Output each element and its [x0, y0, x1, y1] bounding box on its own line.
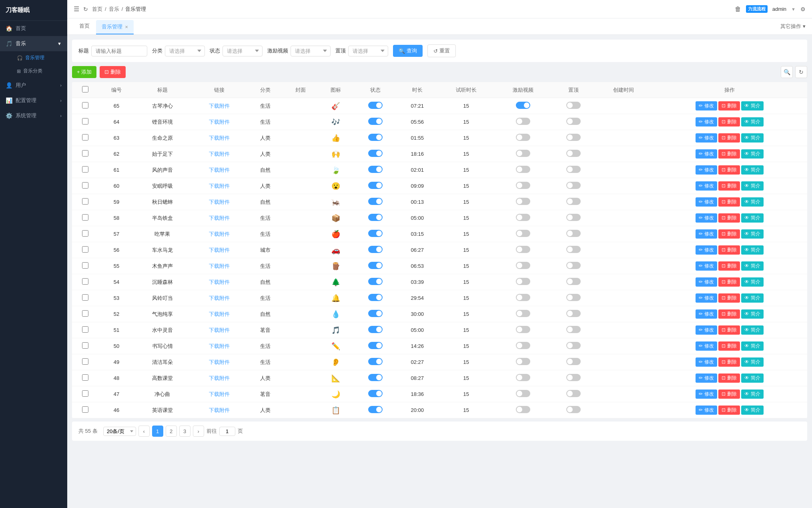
delete-button-65[interactable]: ⊡ 删除 — [718, 101, 740, 110]
cell-top-52[interactable] — [551, 306, 595, 322]
incentive-toggle-62[interactable] — [516, 150, 530, 157]
cell-top-49[interactable] — [551, 354, 595, 370]
page-size-select[interactable]: 20条/页 50条/页 100条/页 — [103, 427, 136, 436]
status-toggle-56[interactable] — [368, 246, 383, 253]
cell-top-54[interactable] — [551, 274, 595, 290]
top-toggle-65[interactable] — [566, 102, 581, 109]
row-checkbox-50[interactable] — [82, 342, 88, 349]
cell-top-57[interactable] — [551, 226, 595, 242]
edit-button-59[interactable]: ✏ 修改 — [696, 197, 717, 207]
incentive-toggle-55[interactable] — [516, 262, 530, 269]
status-toggle-61[interactable] — [368, 166, 383, 173]
status-toggle-60[interactable] — [368, 182, 383, 189]
reset-button[interactable]: ↺ 重置 — [427, 44, 456, 57]
search-button[interactable]: 🔍 查询 — [393, 45, 423, 57]
status-toggle-48[interactable] — [368, 374, 383, 381]
cell-status-48[interactable] — [353, 370, 397, 386]
cell-status-49[interactable] — [353, 354, 397, 370]
status-toggle-64[interactable] — [368, 118, 383, 125]
top-toggle-62[interactable] — [566, 150, 581, 157]
page-3-button[interactable]: 3 — [179, 426, 190, 437]
incentive-toggle-63[interactable] — [516, 134, 530, 141]
delete-button-49[interactable]: ⊡ 删除 — [718, 357, 740, 367]
intro-button-57[interactable]: 👁 简介 — [741, 229, 763, 239]
top-toggle-50[interactable] — [566, 342, 581, 349]
incentive-toggle-48[interactable] — [516, 374, 530, 381]
tab-close-icon[interactable]: ✕ — [125, 25, 128, 29]
edit-button-56[interactable]: ✏ 修改 — [696, 245, 717, 255]
cell-status-47[interactable] — [353, 386, 397, 402]
intro-button-65[interactable]: 👁 简介 — [741, 101, 763, 110]
intro-button-58[interactable]: 👁 简介 — [741, 213, 763, 223]
cell-link-47[interactable]: 下载附件 — [191, 386, 248, 402]
sidebar-item-user[interactable]: 👤 用户 › — [0, 78, 67, 93]
cell-top-59[interactable] — [551, 194, 595, 210]
cell-top-53[interactable] — [551, 290, 595, 306]
tab-home[interactable]: 首页 — [74, 19, 95, 34]
edit-button-55[interactable]: ✏ 修改 — [696, 261, 717, 271]
delete-button-62[interactable]: ⊡ 删除 — [718, 149, 740, 159]
cell-incentive-50[interactable] — [495, 338, 551, 354]
incentive-toggle-58[interactable] — [516, 214, 530, 221]
select-all-checkbox[interactable] — [82, 86, 88, 92]
cell-top-47[interactable] — [551, 386, 595, 402]
top-toggle-63[interactable] — [566, 134, 581, 141]
intro-button-46[interactable]: 👁 简介 — [741, 406, 763, 415]
cell-link-63[interactable]: 下载附件 — [191, 130, 248, 146]
edit-button-58[interactable]: ✏ 修改 — [696, 213, 717, 223]
delete-button-58[interactable]: ⊡ 删除 — [718, 213, 740, 223]
cell-incentive-60[interactable] — [495, 178, 551, 194]
cell-incentive-53[interactable] — [495, 290, 551, 306]
cell-incentive-54[interactable] — [495, 274, 551, 290]
breadcrumb-music[interactable]: 音乐 — [109, 6, 119, 13]
cell-link-64[interactable]: 下载附件 — [191, 114, 248, 130]
cell-incentive-47[interactable] — [495, 386, 551, 402]
cell-status-61[interactable] — [353, 162, 397, 178]
intro-button-56[interactable]: 👁 简介 — [741, 245, 763, 255]
edit-button-46[interactable]: ✏ 修改 — [696, 406, 717, 415]
row-checkbox-57[interactable] — [82, 230, 88, 237]
delete-button-54[interactable]: ⊡ 删除 — [718, 277, 740, 287]
edit-button-65[interactable]: ✏ 修改 — [696, 101, 717, 110]
cell-incentive-58[interactable] — [495, 210, 551, 226]
row-checkbox-52[interactable] — [82, 310, 88, 317]
status-toggle-63[interactable] — [368, 134, 383, 141]
add-button[interactable]: + 添加 — [72, 66, 96, 78]
admin-label[interactable]: admin — [772, 6, 786, 12]
incentive-toggle-52[interactable] — [516, 310, 530, 317]
cell-link-58[interactable]: 下载附件 — [191, 210, 248, 226]
incentive-toggle-57[interactable] — [516, 230, 530, 237]
intro-button-49[interactable]: 👁 简介 — [741, 357, 763, 367]
edit-button-64[interactable]: ✏ 修改 — [696, 117, 717, 126]
incentive-toggle-59[interactable] — [516, 198, 530, 205]
other-ops-button[interactable]: 其它操作 ▾ — [774, 20, 806, 33]
row-checkbox-65[interactable] — [82, 102, 88, 108]
edit-button-61[interactable]: ✏ 修改 — [696, 165, 717, 175]
cell-status-55[interactable] — [353, 258, 397, 274]
cell-link-48[interactable]: 下载附件 — [191, 370, 248, 386]
menu-icon[interactable]: ☰ — [74, 5, 79, 13]
cell-top-64[interactable] — [551, 114, 595, 130]
top-toggle-53[interactable] — [566, 294, 581, 301]
sidebar-item-home[interactable]: 🏠 首页 — [0, 21, 67, 36]
row-checkbox-61[interactable] — [82, 166, 88, 173]
edit-button-62[interactable]: ✏ 修改 — [696, 149, 717, 159]
cell-incentive-56[interactable] — [495, 242, 551, 258]
cell-link-56[interactable]: 下载附件 — [191, 242, 248, 258]
cell-link-53[interactable]: 下载附件 — [191, 290, 248, 306]
incentive-toggle-50[interactable] — [516, 342, 530, 349]
intro-button-47[interactable]: 👁 简介 — [741, 390, 763, 399]
cell-status-53[interactable] — [353, 290, 397, 306]
status-toggle-50[interactable] — [368, 342, 383, 349]
category-select[interactable]: 请选择 生活 自然 人类 城市 茗音 — [165, 46, 205, 56]
cell-link-65[interactable]: 下载附件 — [191, 98, 248, 114]
intro-button-64[interactable]: 👁 简介 — [741, 117, 763, 126]
top-toggle-61[interactable] — [566, 166, 581, 173]
goto-input[interactable] — [219, 427, 235, 436]
cell-link-55[interactable]: 下载附件 — [191, 258, 248, 274]
sidebar-item-music[interactable]: 🎵 音乐 ▼ — [0, 36, 67, 51]
edit-button-49[interactable]: ✏ 修改 — [696, 357, 717, 367]
cell-link-51[interactable]: 下载附件 — [191, 322, 248, 338]
row-checkbox-60[interactable] — [82, 182, 88, 189]
status-toggle-53[interactable] — [368, 294, 383, 301]
